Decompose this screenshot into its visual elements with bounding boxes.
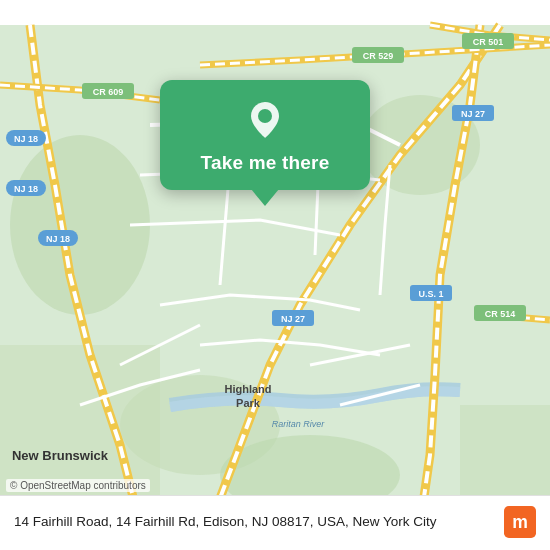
moovit-logo: m xyxy=(504,506,536,538)
svg-text:U.S. 1: U.S. 1 xyxy=(418,289,443,299)
svg-point-31 xyxy=(258,109,272,123)
location-pin-icon xyxy=(243,98,287,142)
svg-text:Highland: Highland xyxy=(224,383,271,395)
svg-text:CR 514: CR 514 xyxy=(485,309,516,319)
svg-text:CR 501: CR 501 xyxy=(473,37,504,47)
svg-text:NJ 27: NJ 27 xyxy=(281,314,305,324)
svg-text:Raritan River: Raritan River xyxy=(272,419,326,429)
svg-text:NJ 18: NJ 18 xyxy=(46,234,70,244)
svg-text:CR 529: CR 529 xyxy=(363,51,394,61)
svg-text:CR 609: CR 609 xyxy=(93,87,124,97)
svg-point-1 xyxy=(10,135,150,315)
take-me-there-button[interactable]: Take me there xyxy=(201,152,330,174)
svg-text:New Brunswick: New Brunswick xyxy=(12,448,109,463)
address-text: 14 Fairhill Road, 14 Fairhill Rd, Edison… xyxy=(14,513,492,531)
svg-text:m: m xyxy=(512,512,528,532)
svg-text:NJ 18: NJ 18 xyxy=(14,184,38,194)
map-attribution: © OpenStreetMap contributors xyxy=(6,479,150,492)
location-popup: Take me there xyxy=(160,80,370,190)
map-container: CR 501 CR 529 NJ 27 CR 609 NJ 18 NJ 18 N… xyxy=(0,0,550,550)
moovit-logo-icon: m xyxy=(504,506,536,538)
svg-text:NJ 18: NJ 18 xyxy=(14,134,38,144)
svg-text:Park: Park xyxy=(236,397,261,409)
svg-text:NJ 27: NJ 27 xyxy=(461,109,485,119)
bottom-bar: 14 Fairhill Road, 14 Fairhill Rd, Edison… xyxy=(0,495,550,550)
